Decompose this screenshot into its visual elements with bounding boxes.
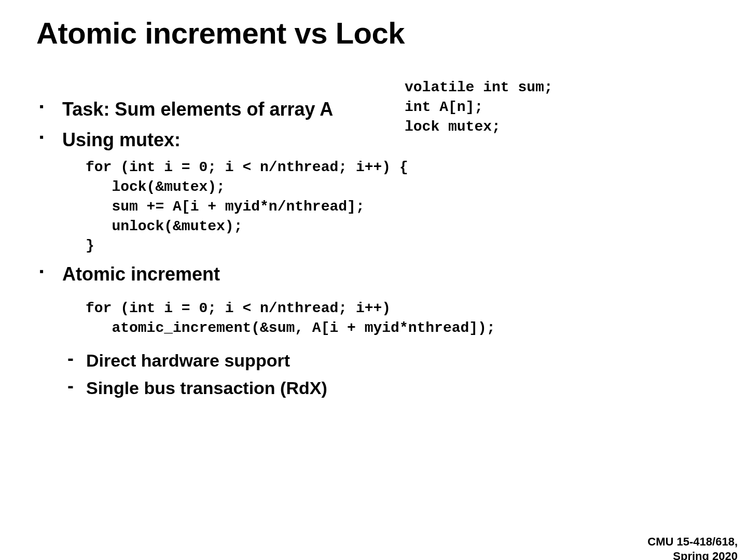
footer-course: CMU 15-418/618, [647,535,738,549]
slide: Atomic increment vs Lock volatile int su… [0,0,747,402]
footer: CMU 15-418/618, Spring 2020 [647,535,738,560]
footer-term: Spring 2020 [647,549,738,561]
bullet-atomic: Atomic increment [36,262,711,287]
bullet-task: Task: Sum elements of array A [36,97,711,122]
sub-bullet-list: Direct hardware support Single bus trans… [65,347,711,401]
slide-title: Atomic increment vs Lock [36,16,711,50]
bullet-list-2: Atomic increment [36,262,711,287]
bullet-list: Task: Sum elements of array A Using mute… [36,97,711,152]
bullet-using-mutex: Using mutex: [36,128,711,153]
atomic-code: for (int i = 0; i < n/nthread; i++) atom… [86,299,711,338]
sub-bullet-hardware: Direct hardware support [65,347,711,374]
mutex-code: for (int i = 0; i < n/nthread; i++) { lo… [86,158,711,256]
sub-bullet-bus: Single bus transaction (RdX) [65,374,711,402]
